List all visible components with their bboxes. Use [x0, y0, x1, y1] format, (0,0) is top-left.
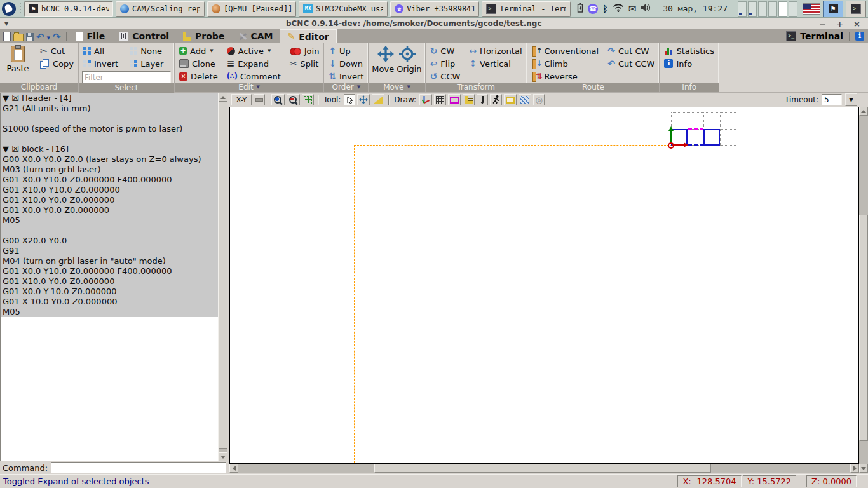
view-options-button[interactable] — [254, 94, 265, 105]
probe-toggle-button[interactable] — [477, 94, 488, 105]
paths-toggle-button[interactable] — [519, 94, 531, 105]
gcode-editor-panel[interactable]: ▼ ☒ Header - [4]G21 (All units in mm)S10… — [0, 93, 219, 461]
ribbon-item-invert[interactable]: Invert — [327, 70, 365, 83]
gcode-line[interactable]: ▼ ☒ Header - [4] — [1, 93, 218, 104]
group-label[interactable]: Route — [527, 83, 660, 92]
zoom-fit-button[interactable] — [302, 94, 314, 105]
gcode-line[interactable]: ▼ ☒ block - [16] — [1, 144, 218, 154]
task-button-stm32cubemx-usa[interactable]: STM32CubeMX usa... — [299, 1, 388, 17]
zoom-in-button[interactable] — [271, 94, 285, 105]
group-label[interactable]: Edit▼ — [175, 83, 323, 92]
new-file-button[interactable] — [3, 31, 11, 41]
gcode-line[interactable]: M05 — [1, 307, 218, 317]
rapid-toggle-button[interactable] — [490, 94, 502, 105]
group-label[interactable]: Info — [660, 83, 718, 92]
wifi-icon[interactable] — [613, 3, 624, 14]
help-info-icon[interactable] — [855, 32, 864, 41]
scroll-right-button[interactable] — [850, 464, 859, 473]
filter-input[interactable] — [82, 71, 171, 83]
margin-toggle-button[interactable] — [448, 94, 461, 105]
gcode-line[interactable]: G01 X0.0 Y-10.0 Z0.000000 — [1, 287, 218, 297]
gcode-line[interactable]: G01 X10.0 Y0.0 Z0.000000 — [1, 195, 218, 205]
workspace-pager[interactable] — [735, 1, 800, 17]
gcode-line[interactable]: G21 (All units in mm) — [1, 104, 218, 114]
ribbon-item-delete[interactable]: Delete — [178, 70, 219, 83]
task-button-bcnc-0-9-14-dev[interactable]: bCNC 0.9.14-dev... — [24, 1, 113, 17]
ribbon-item-layer[interactable]: Layer — [128, 57, 165, 70]
pointer-button[interactable] — [344, 94, 355, 105]
ribbon-item-origin[interactable] — [398, 44, 417, 64]
ribbon-item-cut-ccw[interactable]: Cut CCW — [606, 57, 656, 70]
viber-tray-icon[interactable] — [588, 3, 598, 14]
group-label[interactable]: Select — [79, 83, 174, 93]
gcode-line[interactable]: S1000 (speed of the motor is pwm to lase… — [1, 124, 218, 134]
tab-file[interactable]: File — [69, 29, 112, 43]
group-label[interactable]: Move▼ — [369, 83, 424, 92]
scroll-thumb[interactable] — [859, 215, 868, 441]
timeout-dropdown-button[interactable]: ▼ — [845, 93, 857, 106]
ribbon-item-split[interactable]: Split — [288, 57, 321, 70]
workspace-cell[interactable] — [789, 1, 797, 17]
command-input[interactable] — [51, 462, 226, 473]
tab-cam[interactable]: CAM — [231, 29, 280, 43]
ribbon-item-expand[interactable]: Expand — [226, 57, 282, 70]
undo-dropdown-caret[interactable]: ▼ — [47, 32, 50, 41]
axes-toggle-button[interactable] — [419, 94, 432, 105]
group-label[interactable]: Transform — [426, 83, 527, 92]
ribbon-item-cw[interactable]: CW — [429, 44, 462, 57]
minimize-button[interactable]: − — [819, 19, 826, 29]
grid-toggle-button[interactable] — [434, 94, 446, 105]
ruler-tool-button[interactable] — [372, 94, 384, 105]
ribbon-item-ccw[interactable]: CCW — [429, 70, 462, 83]
keyboard-layout-flag[interactable] — [803, 3, 820, 15]
tab-probe[interactable]: Probe — [176, 29, 231, 43]
redo-button[interactable] — [53, 31, 61, 41]
tab-editor[interactable]: Editor — [280, 29, 336, 43]
ribbon-item-add[interactable]: Add▼ — [178, 44, 219, 57]
ribbon-item-comment[interactable]: Comment — [226, 70, 282, 83]
window-titlebar[interactable]: ▼ bCNC 0.9.14-dev: /home/smoker/Document… — [0, 18, 868, 29]
gcode-line[interactable]: G01 X0.0 Y10.0 Z0.000000 F400.000000 — [1, 266, 218, 276]
group-label[interactable]: Clipboard — [0, 83, 78, 92]
gcode-line[interactable]: M04 (turn on grbl laser in "auto" mode) — [1, 256, 218, 266]
ribbon-item-horizontal[interactable]: Horizontal — [468, 44, 523, 57]
ribbon-item-active[interactable]: Active▼ — [226, 44, 282, 57]
workspace-cell[interactable] — [758, 1, 767, 17]
close-button[interactable]: × — [853, 19, 860, 29]
window-button-bcnc[interactable] — [823, 1, 843, 17]
ribbon-item-reverse[interactable]: Reverse — [531, 70, 600, 83]
gcode-line[interactable]: G01 X0.0 Y0.0 Z0.000000 — [1, 205, 218, 215]
gcode-line[interactable]: G01 X10.0 Y10.0 Z0.000000 — [1, 185, 218, 195]
scroll-up-button[interactable] — [859, 107, 868, 116]
gcode-line[interactable]: G01 X0.0 Y10.0 Z0.000000 F400.000000 — [1, 175, 218, 185]
gcode-line[interactable]: M05 — [1, 215, 218, 226]
undo-button[interactable] — [36, 31, 44, 41]
ruler-draw-toggle-button[interactable] — [463, 94, 475, 105]
tab-control[interactable]: Control — [112, 29, 176, 43]
gcode-line[interactable]: G91 — [1, 246, 218, 256]
ribbon-item-move[interactable] — [376, 44, 395, 64]
scroll-up-button[interactable] — [219, 93, 227, 102]
gcode-line[interactable]: G01 X-10.0 Y0.0 Z0.000000 — [1, 297, 218, 307]
ribbon-item-join[interactable]: Join — [288, 44, 321, 57]
workspace-cell[interactable] — [768, 1, 777, 17]
gcode-line[interactable] — [1, 134, 218, 144]
group-label[interactable]: Order▼ — [324, 83, 368, 92]
bluetooth-icon[interactable] — [602, 3, 607, 14]
gcode-canvas[interactable] — [229, 107, 859, 464]
workarea-toggle-button[interactable] — [504, 94, 517, 105]
ribbon-item-none[interactable]: None — [128, 44, 165, 57]
task-button-terminal-term[interactable]: Terminal - Term... — [482, 1, 571, 17]
editor-scrollbar[interactable] — [219, 93, 227, 461]
ribbon-item-clone[interactable]: Clone — [178, 57, 219, 70]
ribbon-item-all[interactable]: All — [82, 44, 119, 57]
ribbon-item-statistics[interactable]: Statistics — [663, 44, 715, 57]
scroll-left-button[interactable] — [229, 464, 238, 473]
task-button-qemu-paused[interactable]: [QEMU [Paused]] — [207, 1, 296, 17]
camera-toggle-button[interactable] — [533, 94, 545, 105]
ribbon-item-cut-cw[interactable]: Cut CW — [606, 44, 656, 57]
ribbon-item-climb[interactable]: Climb — [531, 57, 600, 70]
canvas-v-scrollbar[interactable] — [859, 107, 868, 473]
open-file-button[interactable] — [13, 31, 24, 41]
ribbon-item-flip[interactable]: Flip — [429, 57, 462, 70]
